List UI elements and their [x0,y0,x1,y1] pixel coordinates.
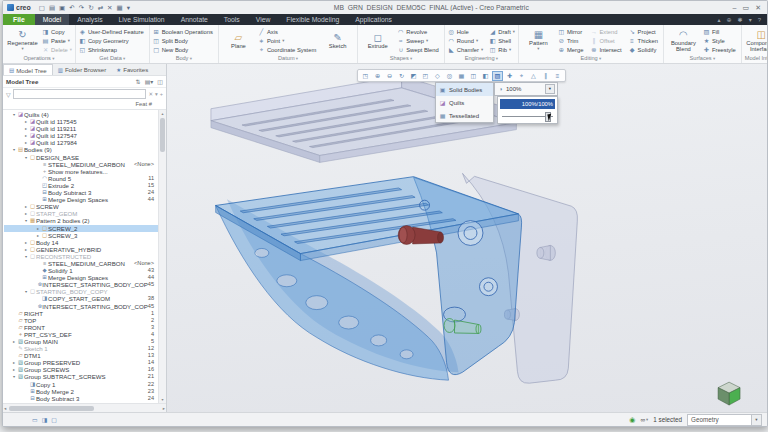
group-label-get-data[interactable]: Get Data [79,55,146,63]
ribbon-button[interactable]: ⌖ Coordinate System [258,45,318,54]
tree-item[interactable]: ▾ ▢ RECONSTRUCTED [4,253,166,260]
ribbon-button[interactable]: ◎ Hole [448,27,483,36]
tree-item[interactable]: ▸ ◪ Quilt id 117545 [4,118,166,125]
ribbon-button[interactable]: ★ Style [703,36,738,45]
ribbon-button[interactable]: ▨ Fill [703,27,738,36]
ribbon-button[interactable]: ◈ User-Defined Feature [79,27,146,36]
view-cube[interactable] [718,382,740,405]
tree-item[interactable]: ◨ Copy 1 22 [4,381,166,388]
tree-item[interactable]: ▸ ▢ SCREW [4,203,166,210]
chevron-down-icon[interactable]: ▾ [749,16,752,23]
help-icon[interactable]: ? [758,17,761,23]
tree-item[interactable]: ▸ ◪ Quilt id 127547 [4,132,166,139]
group-label-datum[interactable]: Datum [222,55,354,63]
scroll-left-icon[interactable]: ◂ [4,406,6,411]
tree-item[interactable]: ⊗ INTERSECT_STARTING_BODY_COP 45 [4,281,166,288]
qat-icon[interactable]: ↶ [69,4,74,12]
group-label-operations[interactable]: Operations [6,55,72,63]
transparency-combo[interactable]: ◑ 100% ▾ [494,82,558,96]
ribbon-button[interactable]: ◣ Chamfer▾ [448,45,483,54]
find-icon[interactable]: ∞ [640,416,645,423]
graphics-toolbar-icon[interactable]: ◧ [480,71,491,81]
ribbon-button[interactable]: ◨ Copy [42,27,72,36]
ribbon-button[interactable]: ◫ Split Body [153,36,215,45]
maximize-button[interactable]: ▭ [743,4,750,12]
graphics-toolbar-icon[interactable]: ⊕ [372,71,383,81]
scroll-thumb[interactable] [9,406,94,411]
graphics-toolbar-icon[interactable]: ▨ [492,71,503,81]
group-label-surfaces[interactable]: Surfaces [667,55,738,63]
tree-item[interactable]: ▱ DTM1 13 [4,352,166,359]
settings-icon[interactable]: ✱ [738,16,743,23]
browser-toggle-icon[interactable]: ◨ [42,416,48,423]
display-filter-item[interactable]: ▣ Solid Bodies [436,83,493,96]
tree-item[interactable]: ◰ Extrude 2 15 [4,182,166,189]
boundary-blend-button[interactable]: ◠ Boundary Blend [667,26,700,55]
ribbon-button[interactable]: ≈ Sweep▾ [397,36,441,45]
ribbon-button[interactable]: ◫ Rib▾ [489,45,515,54]
tree-item[interactable]: ▾ ▢ STARTING_BODY_COPY [4,288,166,295]
tree-item[interactable]: ▸ ▧ Group START_GEOMETRY 25 [4,402,166,403]
ribbon-tab[interactable]: Tools [216,14,248,25]
transparency-selected-option[interactable]: 100%/100% [500,99,555,109]
graphics-toolbar-icon[interactable]: ◰ [420,71,431,81]
tree-item[interactable]: ⊟ Body Subtract 3 24 [4,189,166,196]
pattern-button[interactable]: ▦ Pattern ▾ [522,26,555,55]
graphics-area[interactable]: ◳⊕⊖↻◩◰◇◎▦◫◧▨✚⌖△∥≡ ▣ Solid Bodies ◪ Quilt… [167,64,767,412]
ribbon-button[interactable]: ◠ Round▾ [448,36,483,45]
tree-item[interactable]: ▸ ◪ Quilt id 119211 [4,125,166,132]
component-interface-button[interactable]: ◫ Component Interface [745,26,767,55]
ribbon-tab[interactable]: Live Simulation [111,14,173,25]
tree-item[interactable]: ⊟ Body Subtract 3 24 [4,395,166,402]
graphics-toolbar-icon[interactable]: ◇ [432,71,443,81]
graphics-toolbar-icon[interactable]: ⊖ [384,71,395,81]
tree-item[interactable]: ◨ COPY_START_GEOM 38 [4,295,166,302]
ribbon-button[interactable]: ≡ Thicken [629,36,660,45]
ribbon-button[interactable]: ◢ Draft▾ [489,27,515,36]
regenerate-button[interactable]: ↻ Regenerate ▾ [6,26,39,55]
tree-item[interactable]: ⌖ PRT_CSYS_DEF 4 [4,331,166,338]
ribbon-button[interactable]: ◧ Shell [489,36,515,45]
qat-icon[interactable]: ▢ [39,4,45,12]
tree-item[interactable]: ▱ FRONT 3 [4,324,166,331]
tree-item[interactable]: ▾ ▢ DESIGN_BASE [4,154,166,161]
panel-tab[interactable]: ▤ Model Tree [3,64,53,75]
ribbon-tab[interactable]: Flexible Modeling [278,14,347,25]
group-label-shapes[interactable]: Shapes [361,55,441,63]
graphics-toolbar-icon[interactable]: ∥ [540,71,551,81]
tree-item[interactable]: ▸ ▢ GENERATIVE_HYBRID [4,246,166,253]
ribbon-button[interactable]: ▢ New Body [153,45,215,54]
tree-item[interactable]: ⊞ Merge Design Spaces 44 [4,196,166,203]
tree-item[interactable]: ◠ Round 5 11 [4,175,166,182]
tree-columns-icon[interactable]: ◫ [157,78,163,85]
panel-tab[interactable]: ▥ Folder Browser [53,64,112,75]
ribbon-button[interactable]: ∪ Swept Blend [397,45,441,54]
ribbon-tab[interactable]: Annotate [173,14,216,25]
close-button[interactable]: ✕ [755,4,761,12]
chevron-down-icon[interactable]: ▾ [646,417,648,422]
graphics-toolbar-icon[interactable]: ✚ [504,71,515,81]
graphics-toolbar-icon[interactable]: ◩ [408,71,419,81]
graphics-toolbar-icon[interactable]: ≡ [552,71,563,81]
tree-item[interactable]: ≡ STEEL_MEDIUM_CARBON <None> [4,260,166,267]
qat-icon[interactable]: ▣ [59,4,65,12]
ribbon-button[interactable]: ◱ Shrinkwrap [79,45,146,54]
tree-item[interactable]: ▸ ▧ Group MAIN 5 [4,338,166,345]
tree-item[interactable]: ◆ Solidify 1 43 [4,267,166,274]
qat-icon[interactable]: ▦ [117,4,123,12]
ribbon-button[interactable]: ╱ Axis [258,27,318,36]
ribbon-button[interactable]: ⊕ Merge [558,45,585,54]
tree-item[interactable]: ▸ ▢ SCREW_3 [4,232,166,239]
chevron-down-icon[interactable]: ▾ [545,84,555,94]
ribbon-tab[interactable]: Model [35,14,70,25]
tree-item[interactable]: ⊞ Merge Design Spaces 44 [4,274,166,281]
filter-clear-icon[interactable]: ✕ [148,91,153,97]
filter-icon[interactable]: ▽ [6,91,11,98]
tree-item[interactable]: ⊞ Body Merge 2 23 [4,388,166,395]
tree-sort-icon[interactable]: ⇅ [136,78,141,85]
tree-item[interactable]: ▸ ▧ Group PRESERVED 14 [4,359,166,366]
transparency-slider[interactable] [502,111,553,121]
tree-item[interactable]: ▱ RIGHT 1 [4,310,166,317]
group-label-engineering[interactable]: Engineering [448,55,515,63]
extrude-button[interactable]: ◻ Extrude [361,26,394,55]
